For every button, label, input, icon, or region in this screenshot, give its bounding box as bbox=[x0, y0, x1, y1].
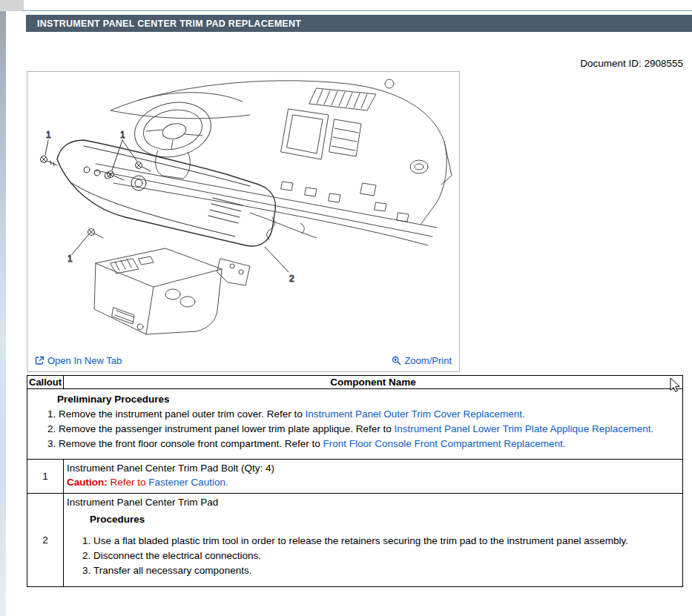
procedure-step-1: Use a flat bladed plastic trim tool in o… bbox=[93, 534, 678, 549]
step-period: . bbox=[563, 438, 566, 449]
open-in-new-tab-label: Open In New Tab bbox=[47, 355, 122, 366]
callout-number-1: 1 bbox=[27, 460, 64, 494]
top-divider bbox=[22, 10, 692, 11]
callout-label-1c: 1 bbox=[67, 254, 73, 264]
title-bar: INSTRUMENT PANEL CENTER TRIM PAD REPLACE… bbox=[26, 15, 692, 32]
step-text: Remove the instrument panel outer trim c… bbox=[59, 408, 305, 420]
service-manual-page: INSTRUMENT PANEL CENTER TRIM PAD REPLACE… bbox=[0, 0, 692, 616]
bolt-icons bbox=[41, 156, 151, 239]
caution-label: Caution: bbox=[67, 477, 108, 488]
open-in-new-tab-link[interactable]: Open In New Tab bbox=[35, 355, 122, 366]
center-stack-screen bbox=[281, 109, 428, 173]
procedure-step-2: Disconnect the electrical connections. bbox=[93, 549, 678, 563]
preliminary-step-3: Remove the front floor console front com… bbox=[59, 437, 676, 451]
procedures-title: Procedures bbox=[90, 514, 678, 525]
callout-number-2: 2 bbox=[27, 494, 64, 587]
document-id: Document ID: 2908555 bbox=[580, 58, 683, 69]
ref-link-outer-trim-cover[interactable]: Instrument Panel Outer Trim Cover Replac… bbox=[305, 408, 522, 420]
callout-label-1b: 1 bbox=[120, 130, 125, 140]
callout-label-1a: 1 bbox=[46, 130, 51, 140]
caution-text: Refer to bbox=[108, 477, 149, 488]
callout-column-header: Callout bbox=[27, 376, 64, 389]
dashboard-outline bbox=[111, 81, 452, 225]
procedures-steps-list: Use a flat bladed plastic trim tool in o… bbox=[67, 534, 678, 578]
page-title: INSTRUMENT PANEL CENTER TRIM PAD REPLACE… bbox=[37, 19, 301, 29]
step-text: Remove the front floor console front com… bbox=[59, 438, 323, 449]
component-row-2: 2 Instrument Panel Center Trim Pad Proce… bbox=[27, 494, 683, 587]
window-corner bbox=[0, 0, 24, 11]
procedure-step-3: Transfer all necessary components. bbox=[93, 563, 678, 578]
caution-period: . bbox=[225, 477, 228, 488]
preliminary-procedures-title: Preliminary Procedures bbox=[57, 394, 676, 405]
floor-console bbox=[94, 248, 250, 334]
ref-link-lower-trim-plate-applique[interactable]: Instrument Panel Lower Trim Plate Appliq… bbox=[395, 423, 651, 434]
component-name-column-header: Component Name bbox=[64, 376, 683, 389]
step-text: Remove the passenger instrument panel lo… bbox=[59, 423, 395, 434]
callout-label-2: 2 bbox=[289, 274, 294, 284]
instrument-panel-illustration: 1 1 1 2 bbox=[27, 72, 459, 349]
figure-panel: 1 1 1 2 Open In New Tab bbox=[27, 71, 460, 372]
figure-canvas[interactable]: 1 1 1 2 bbox=[27, 72, 459, 352]
preliminary-step-1: Remove the instrument panel outer trim c… bbox=[59, 407, 676, 422]
zoom-print-icon bbox=[392, 356, 401, 365]
callout-labels: 1 1 1 2 bbox=[46, 130, 294, 284]
component-name-trim-pad: Instrument Panel Center Trim Pad bbox=[67, 495, 678, 509]
ref-link-fastener-caution[interactable]: Fastener Caution bbox=[148, 477, 225, 488]
preliminary-step-2: Remove the passenger instrument panel lo… bbox=[59, 422, 676, 437]
step-period: . bbox=[522, 408, 525, 420]
step-period: . bbox=[650, 423, 653, 434]
open-in-new-tab-icon bbox=[35, 356, 45, 365]
component-name-bolt: Instrument Panel Center Trim Pad Bolt (Q… bbox=[67, 461, 678, 475]
callout-table: Callout Component Name Preliminary Proce… bbox=[27, 375, 683, 587]
figure-link-bar: Open In New Tab Zoom/Print bbox=[27, 352, 459, 371]
component-row-1: 1 Instrument Panel Center Trim Pad Bolt … bbox=[27, 460, 683, 494]
ref-link-front-floor-console-compartment[interactable]: Front Floor Console Front Compartment Re… bbox=[323, 438, 562, 449]
preliminary-steps-list: Remove the instrument panel outer trim c… bbox=[33, 407, 676, 451]
preliminary-row: Preliminary Procedures Remove the instru… bbox=[27, 389, 683, 460]
caution-line: Caution: Refer to Fastener Caution. bbox=[67, 475, 678, 489]
window-edge bbox=[0, 0, 6, 616]
zoom-print-link[interactable]: Zoom/Print bbox=[392, 355, 452, 366]
table-header-row: Callout Component Name bbox=[27, 376, 683, 389]
zoom-print-label: Zoom/Print bbox=[404, 355, 452, 366]
callout-leaders bbox=[45, 140, 289, 272]
dash-substructure bbox=[96, 164, 437, 245]
